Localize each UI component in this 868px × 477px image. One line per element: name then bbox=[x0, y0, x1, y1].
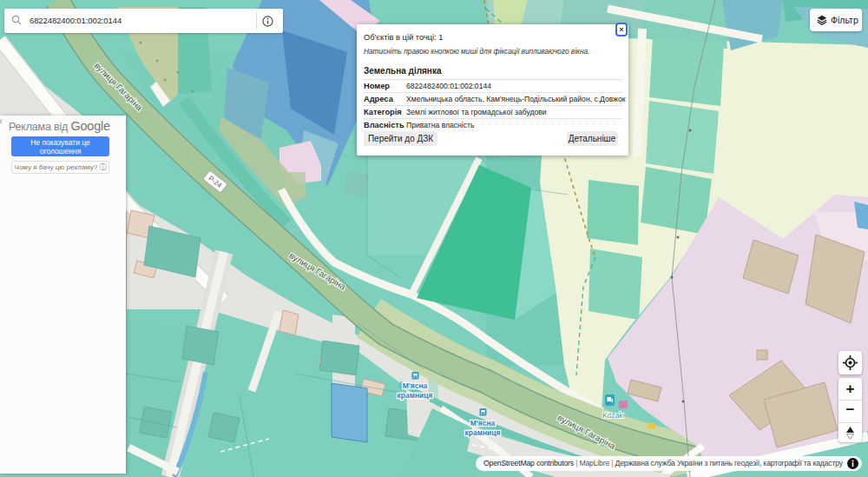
svg-text:Kozak: Kozak bbox=[602, 411, 623, 420]
svg-text:крамниця: крамниця bbox=[464, 428, 500, 437]
svg-text:М'ясна: М'ясна bbox=[403, 381, 428, 390]
svg-text:М'ясна: М'ясна bbox=[470, 419, 496, 427]
svg-text:крамниця: крамниця bbox=[397, 391, 432, 400]
